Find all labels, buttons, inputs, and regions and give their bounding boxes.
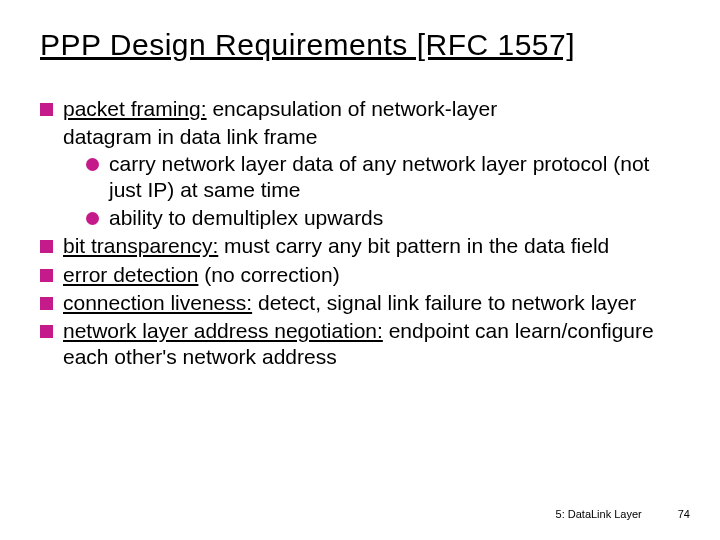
bullet-text: error detection (no correction)	[63, 262, 680, 288]
sub-bullet-demux: ability to demultiplex upwards	[86, 205, 680, 231]
slide-body: packet framing: encapsulation of network…	[40, 96, 680, 371]
term-error-detection: error detection	[63, 263, 198, 286]
square-bullet-icon	[40, 240, 53, 253]
circle-bullet-icon	[86, 158, 99, 171]
continuation-text: datagram in data link frame	[63, 124, 680, 150]
sub-bullet-carry: carry network layer data of any network …	[86, 151, 680, 204]
sub-bullet-text: carry network layer data of any network …	[109, 151, 680, 204]
footer-page-number: 74	[678, 508, 690, 520]
square-bullet-icon	[40, 103, 53, 116]
desc-text: encapsulation of network-layer	[207, 97, 498, 120]
square-bullet-icon	[40, 325, 53, 338]
term-connection-liveness: connection liveness:	[63, 291, 252, 314]
bullet-text: network layer address negotiation: endpo…	[63, 318, 680, 371]
desc-text: (no correction)	[198, 263, 339, 286]
footer-chapter: 5: DataLink Layer	[556, 508, 642, 520]
circle-bullet-icon	[86, 212, 99, 225]
square-bullet-icon	[40, 269, 53, 282]
slide-title: PPP Design Requirements [RFC 1557]	[40, 28, 680, 62]
term-address-negotiation: network layer address negotiation:	[63, 319, 383, 342]
desc-text: detect, signal link failure to network l…	[252, 291, 636, 314]
bullet-packet-framing: packet framing: encapsulation of network…	[40, 96, 680, 122]
bullet-text: connection liveness: detect, signal link…	[63, 290, 680, 316]
bullet-bit-transparency: bit transparency: must carry any bit pat…	[40, 233, 680, 259]
square-bullet-icon	[40, 297, 53, 310]
bullet-error-detection: error detection (no correction)	[40, 262, 680, 288]
bullet-text: bit transparency: must carry any bit pat…	[63, 233, 680, 259]
term-packet-framing: packet framing:	[63, 97, 207, 120]
sub-bullet-text: ability to demultiplex upwards	[109, 205, 680, 231]
bullet-address-negotiation: network layer address negotiation: endpo…	[40, 318, 680, 371]
bullet-text: packet framing: encapsulation of network…	[63, 96, 680, 122]
term-bit-transparency: bit transparency:	[63, 234, 218, 257]
slide-footer: 5: DataLink Layer 74	[556, 508, 690, 520]
bullet-connection-liveness: connection liveness: detect, signal link…	[40, 290, 680, 316]
desc-text: must carry any bit pattern in the data f…	[218, 234, 609, 257]
